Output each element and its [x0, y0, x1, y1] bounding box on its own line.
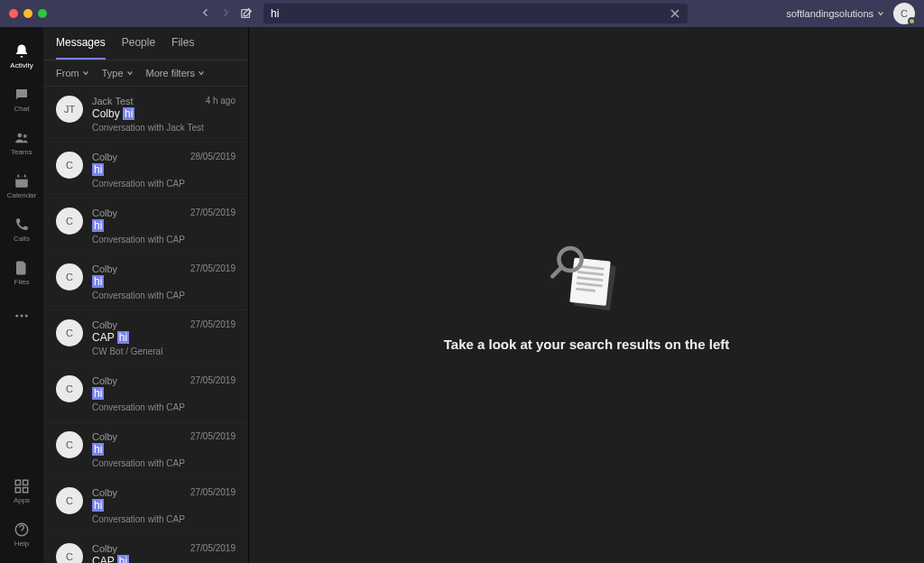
result-snippet: hi: [92, 219, 236, 232]
rail-label: Activity: [10, 61, 32, 69]
filter-from[interactable]: From: [56, 68, 89, 78]
chevron-down-icon: [198, 69, 205, 77]
result-avatar: C: [56, 543, 83, 563]
result-subtitle: Conversation with CAP: [92, 514, 236, 524]
titlebar: softlandingsolutions C: [0, 0, 924, 27]
search-result-item[interactable]: CColby27/05/2019hiConversation with CAP: [43, 478, 248, 534]
result-snippet: hi: [92, 443, 236, 456]
svg-point-1: [18, 133, 23, 137]
tab-messages[interactable]: Messages: [56, 36, 106, 60]
search-filters: From Type More filters: [43, 60, 248, 87]
search-tabs: Messages People Files: [43, 27, 248, 60]
result-subtitle: Conversation with CAP: [92, 291, 236, 300]
result-subtitle: CW Bot / General: [92, 346, 236, 356]
rail-teams[interactable]: Teams: [0, 121, 43, 164]
rail-calendar[interactable]: Calendar: [0, 164, 43, 208]
presence-indicator: [908, 17, 916, 25]
result-sender: Colby: [92, 319, 117, 330]
rail-chat[interactable]: Chat: [0, 78, 43, 121]
bell-icon: [14, 43, 30, 60]
search-input[interactable]: [271, 7, 680, 20]
compose-button[interactable]: [240, 7, 253, 20]
filter-type[interactable]: Type: [102, 68, 134, 78]
result-avatar: C: [56, 487, 83, 514]
rail-label: Help: [14, 540, 29, 548]
rail-label: Apps: [14, 496, 30, 504]
rail-apps[interactable]: Apps: [0, 469, 43, 512]
empty-state-message: Take a look at your search results on th…: [444, 337, 730, 352]
result-subtitle: Conversation with CAP: [92, 235, 236, 245]
maximize-window-button[interactable]: [38, 9, 47, 18]
clear-search-button[interactable]: [668, 6, 682, 21]
result-time: 27/05/2019: [190, 208, 236, 218]
result-subtitle: Conversation with CAP: [92, 458, 236, 468]
empty-illustration: [546, 239, 627, 320]
result-avatar: JT: [56, 96, 83, 123]
result-snippet: hi: [92, 499, 236, 512]
avatar-initial: C: [901, 8, 908, 19]
result-time: 27/05/2019: [190, 487, 236, 498]
result-avatar: C: [56, 319, 83, 346]
result-time: 27/05/2019: [190, 375, 236, 386]
svg-point-7: [25, 315, 28, 318]
svg-rect-11: [23, 487, 28, 492]
search-panel: Messages People Files From Type More fil…: [43, 27, 249, 563]
rail-files[interactable]: Files: [0, 251, 43, 294]
svg-rect-8: [15, 480, 20, 485]
calendar-icon: [14, 173, 30, 189]
result-subtitle: Conversation with Jack Test: [92, 123, 236, 133]
result-snippet: CAP hi: [92, 555, 236, 563]
result-avatar: C: [56, 152, 83, 179]
filter-more[interactable]: More filters: [146, 68, 205, 78]
close-window-button[interactable]: [9, 9, 18, 18]
chevron-down-icon: [126, 69, 134, 77]
tab-files[interactable]: Files: [171, 36, 194, 60]
search-result-item[interactable]: CColby27/05/2019CAP hiCW Bot / General: [43, 310, 248, 366]
search-result-item[interactable]: CColby27/05/2019CAP hiCW Bot / General: [43, 534, 248, 563]
result-sender: Colby: [92, 543, 117, 554]
search-box[interactable]: [263, 4, 688, 23]
rail-help[interactable]: Help: [0, 512, 43, 556]
search-result-item[interactable]: JTJack Test4 h agoColby hiConversation w…: [43, 87, 248, 143]
result-subtitle: Conversation with CAP: [92, 179, 236, 189]
search-result-item[interactable]: CColby28/05/2019hiConversation with CAP: [43, 143, 248, 198]
apps-icon: [14, 478, 30, 494]
rail-calls[interactable]: Calls: [0, 208, 43, 251]
phone-icon: [14, 217, 30, 233]
rail-label: Calendar: [7, 191, 36, 199]
search-result-item[interactable]: CColby27/05/2019hiConversation with CAP: [43, 254, 248, 310]
result-sender: Colby: [92, 152, 117, 162]
result-sender: Colby: [92, 431, 117, 442]
back-button[interactable]: [200, 5, 211, 22]
result-time: 27/05/2019: [190, 543, 236, 554]
result-snippet: CAP hi: [92, 331, 236, 344]
user-avatar[interactable]: C: [893, 3, 915, 24]
app-rail: Activity Chat Teams Calendar Calls Files: [0, 27, 43, 563]
result-time: 27/05/2019: [190, 319, 236, 330]
rail-activity[interactable]: Activity: [0, 34, 43, 78]
more-icon: [14, 308, 30, 324]
minimize-window-button[interactable]: [23, 9, 32, 18]
result-avatar: C: [56, 263, 83, 291]
chevron-down-icon: [82, 69, 89, 77]
window-controls: [9, 9, 47, 18]
result-snippet: hi: [92, 387, 236, 400]
svg-point-2: [23, 134, 27, 137]
search-result-item[interactable]: CColby27/05/2019hiConversation with CAP: [43, 366, 248, 422]
result-time: 4 h ago: [206, 96, 236, 106]
tenant-switcher[interactable]: softlandingsolutions: [786, 8, 884, 19]
teams-icon: [14, 130, 30, 146]
svg-point-5: [15, 315, 18, 318]
search-result-item[interactable]: CColby27/05/2019hiConversation with CAP: [43, 198, 248, 254]
forward-button[interactable]: [220, 5, 231, 22]
result-time: 28/05/2019: [190, 152, 236, 162]
result-time: 27/05/2019: [190, 431, 236, 442]
tab-people[interactable]: People: [122, 36, 155, 60]
file-icon: [14, 260, 30, 276]
result-snippet: hi: [92, 163, 236, 176]
result-avatar: C: [56, 208, 83, 235]
rail-more[interactable]: [0, 294, 43, 337]
svg-rect-10: [15, 487, 20, 492]
search-result-item[interactable]: CColby27/05/2019hiConversation with CAP: [43, 422, 248, 478]
search-results-list[interactable]: JTJack Test4 h agoColby hiConversation w…: [43, 87, 248, 563]
